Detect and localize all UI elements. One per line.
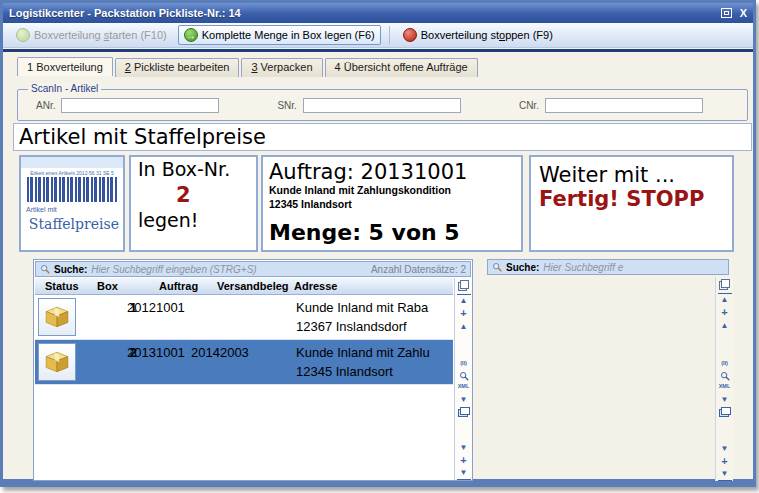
fit-columns-icon[interactable]: (II) <box>718 358 732 371</box>
snr-field-group: SNr. <box>277 98 460 113</box>
box-instruction-panel: In Box-Nr. 2 legen! <box>129 155 258 252</box>
next-step-line2: Fertig! STOPP <box>539 187 724 211</box>
page-down-icon[interactable]: + <box>457 454 471 467</box>
row-down-icon[interactable]: ▼ <box>457 441 471 454</box>
restore-icon[interactable] <box>721 8 732 18</box>
col-auftrag[interactable]: Auftrag <box>159 280 198 292</box>
right-grid-nav-strip: ▲ + ▲ (II) XML ▼ ▼ + ▼ <box>715 277 733 481</box>
stop-distribution-button[interactable]: Boxverteilung stoppen (F9) <box>398 26 558 44</box>
page-up-icon[interactable]: + <box>457 307 471 320</box>
table-header: Status Box Auftrag Versandbeleg Adresse <box>35 278 453 295</box>
anr-input[interactable] <box>61 98 219 113</box>
scroll-top-icon[interactable]: ▲ <box>457 294 471 307</box>
search-icon <box>492 262 502 272</box>
right-search-input[interactable] <box>543 262 724 273</box>
left-grid-nav-strip: ▲ + ▲ (II) XML ▼ ▼ + ▼ <box>454 278 472 480</box>
screenshot-stage: Logistikcenter - Packstation Pickliste-N… <box>0 0 759 493</box>
grid-search-icon[interactable] <box>720 371 730 381</box>
anr-label: ANr. <box>36 100 55 111</box>
title-bar: Logistikcenter - Packstation Pickliste-N… <box>3 3 753 23</box>
toolbar-divider <box>3 49 753 52</box>
left-search-bar[interactable]: Suche: Anzahl Datensätze: 2 <box>35 261 471 277</box>
order-info-panel: Auftrag: 20131001 Kunde Inland mit Zahlu… <box>261 155 523 252</box>
order-title: Auftrag: 20131001 <box>269 160 515 184</box>
col-adresse[interactable]: Adresse <box>294 280 337 292</box>
right-search-label: Suche: <box>506 262 539 273</box>
tab-verpacken[interactable]: 3 Verpacken <box>241 58 322 77</box>
cnr-field-group: CNr. <box>519 98 703 113</box>
table-row-selected[interactable]: 2 20131001 20142003 Kunde Inland mit Zah… <box>35 340 453 385</box>
arrow-right-icon: → <box>184 28 198 42</box>
cell-auftrag: 20131001 <box>127 345 185 360</box>
start-distribution-button[interactable]: Boxverteilung starten (F10) <box>11 26 172 44</box>
filter-icon[interactable]: ▼ <box>718 394 732 407</box>
order-customer: Kunde Inland mit Zahlungskondition <box>269 184 515 198</box>
tab-boxverteilung[interactable]: 1 Boxverteilung <box>17 57 113 76</box>
filter-icon[interactable]: ▼ <box>457 394 471 407</box>
cell-adresse: Kunde Inland mit Zahlu 12345 Inlandsort <box>296 343 430 381</box>
box-line2: legen! <box>131 208 256 234</box>
table-row[interactable]: 1 20121001 Kunde Inland mit Raba 12367 I… <box>35 295 453 340</box>
package-icon <box>44 304 70 330</box>
cnr-input[interactable] <box>545 98 703 113</box>
cell-versandbeleg: 20142003 <box>191 345 249 360</box>
status-cell <box>38 298 76 336</box>
order-city: 12345 Inlandsort <box>269 198 515 212</box>
box-line1: In Box-Nr. <box>131 157 256 183</box>
tab-uebersicht-offene-auftraege[interactable]: 4 Übersicht offene Aufträge <box>325 58 478 77</box>
copy-icon[interactable] <box>458 280 469 291</box>
package-icon <box>44 349 70 375</box>
page-up-icon[interactable]: + <box>718 306 732 319</box>
label-line1: Artikel mit <box>21 206 123 213</box>
col-versandbeleg[interactable]: Versandbeleg <box>217 280 289 292</box>
window-title: Logistikcenter - Packstation Pickliste-N… <box>9 7 241 19</box>
barcode-image <box>27 177 117 202</box>
right-search-bar[interactable]: Suche: <box>487 259 729 275</box>
toolbar: Boxverteilung starten (F10) → Komplette … <box>3 23 753 48</box>
window-controls: X <box>721 8 747 18</box>
copy-icon[interactable] <box>719 279 730 290</box>
label-line2: Staffelpreise <box>21 216 123 232</box>
complete-quantity-label: Komplette Menge in Box legen (F6) <box>202 29 375 41</box>
row-up-icon[interactable]: ▲ <box>718 319 732 332</box>
search-icon <box>40 264 50 274</box>
left-search-input[interactable] <box>91 264 367 275</box>
snr-label: SNr. <box>277 100 296 111</box>
page-down-icon[interactable]: + <box>718 455 732 468</box>
order-quantity: Menge: 5 von 5 <box>269 220 515 245</box>
snr-input[interactable] <box>303 98 461 113</box>
scroll-bottom-icon[interactable]: ▼ <box>718 468 732 481</box>
label-top-strip <box>21 157 123 168</box>
scroll-bottom-icon[interactable]: ▼ <box>457 467 471 480</box>
row-down-icon[interactable]: ▼ <box>718 442 732 455</box>
layout-windows-icon[interactable] <box>458 407 470 417</box>
start-icon <box>16 28 30 42</box>
anr-field-group: ANr. <box>36 98 219 113</box>
next-step-panel: Weiter mit ... Fertig! STOPP <box>529 155 734 252</box>
col-box[interactable]: Box <box>97 280 118 292</box>
toolbar-separator <box>389 26 390 44</box>
col-status[interactable]: Status <box>45 280 79 292</box>
scanin-groupbox: ScanIn - Artikel ANr. SNr. CNr. <box>17 89 748 121</box>
left-search-label: Suche: <box>54 264 87 275</box>
tab-pickliste-bearbeiten[interactable]: 2 Pickliste bearbeiten <box>115 58 240 77</box>
xml-export-icon[interactable]: XML <box>457 381 471 394</box>
layout-windows-icon[interactable] <box>719 407 731 417</box>
cnr-label: CNr. <box>519 100 539 111</box>
close-icon[interactable]: X <box>740 8 747 18</box>
complete-quantity-button[interactable]: → Komplette Menge in Box legen (F6) <box>178 25 381 45</box>
article-header-bar: Artikel mit Staffelpreise <box>13 123 752 151</box>
record-count: Anzahl Datensätze: 2 <box>371 264 466 275</box>
box-table-panel: Suche: Anzahl Datensätze: 2 Status Box A… <box>33 259 473 481</box>
scroll-top-icon[interactable]: ▲ <box>718 293 732 306</box>
stop-icon <box>403 28 417 42</box>
app-window: Logistikcenter - Packstation Pickliste-N… <box>0 0 756 487</box>
cell-adresse: Kunde Inland mit Raba 12367 Inslandsdorf <box>296 298 428 336</box>
row-up-icon[interactable]: ▲ <box>457 320 471 333</box>
box-number: 2 <box>131 183 256 208</box>
article-label-preview: Etikett eines Artikels 2012-56 31 SE 5 A… <box>19 155 125 252</box>
article-title: Artikel mit Staffelpreise <box>14 125 266 149</box>
grid-search-icon[interactable] <box>459 371 469 381</box>
fit-columns-icon[interactable]: (II) <box>457 358 471 371</box>
xml-export-icon[interactable]: XML <box>718 381 732 394</box>
